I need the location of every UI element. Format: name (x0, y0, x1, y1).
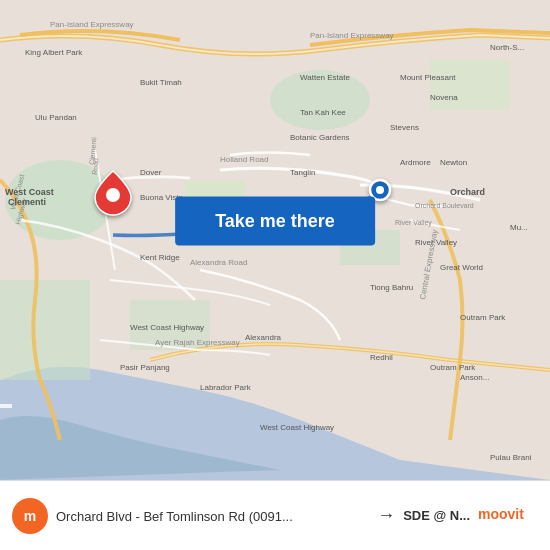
svg-text:Outram Park: Outram Park (460, 313, 506, 322)
take-me-there-button[interactable]: Take me there (175, 196, 375, 245)
bottom-bar: m Orchard Blvd - Bef Tomlinson Rd (0091.… (0, 480, 550, 550)
origin-text: Orchard Blvd - Bef Tomlinson Rd (0091... (56, 509, 293, 524)
svg-text:Orchard Boulevard: Orchard Boulevard (415, 202, 474, 209)
svg-text:Novena: Novena (430, 93, 458, 102)
svg-text:Alexandra Road: Alexandra Road (190, 258, 247, 267)
svg-text:Ayer Rajah Expressway: Ayer Rajah Expressway (155, 338, 240, 347)
svg-text:Anson...: Anson... (460, 373, 489, 382)
svg-text:Botanic Gardens: Botanic Gardens (290, 133, 350, 142)
svg-text:Redhil: Redhil (370, 353, 393, 362)
svg-text:Tan Kah Kee: Tan Kah Kee (300, 108, 346, 117)
map-attribution (0, 404, 12, 408)
svg-text:Bukit Timah: Bukit Timah (140, 78, 182, 87)
svg-rect-5 (430, 60, 510, 110)
svg-text:Mu...: Mu... (510, 223, 528, 232)
svg-text:Ardmore: Ardmore (400, 158, 431, 167)
svg-text:Clementi: Clementi (8, 197, 46, 207)
svg-text:Outram Park: Outram Park (430, 363, 476, 372)
svg-text:Road: Road (91, 158, 99, 175)
svg-text:King Albert Park: King Albert Park (25, 48, 83, 57)
moovit-logo: m (12, 498, 48, 534)
svg-text:Ulu Pandan: Ulu Pandan (35, 113, 77, 122)
svg-text:Pan-Island Expressway: Pan-Island Expressway (50, 20, 134, 29)
svg-text:Newton: Newton (440, 158, 467, 167)
moovit-brand: moovit (478, 499, 538, 533)
svg-text:Tanglin: Tanglin (290, 168, 315, 177)
svg-text:River Valley: River Valley (395, 219, 432, 227)
arrow-icon: → (377, 505, 395, 526)
svg-text:North-S...: North-S... (490, 43, 524, 52)
svg-point-53 (106, 188, 120, 202)
svg-text:moovit: moovit (478, 506, 524, 522)
svg-text:Labrador Park: Labrador Park (200, 383, 252, 392)
svg-text:Watten Estate: Watten Estate (300, 73, 351, 82)
route-info: Orchard Blvd - Bef Tomlinson Rd (0091... (56, 507, 369, 525)
svg-text:West Coast Highway: West Coast Highway (130, 323, 204, 332)
moovit-letter: m (24, 508, 36, 524)
svg-text:Dover: Dover (140, 168, 162, 177)
svg-text:Great World: Great World (440, 263, 483, 272)
svg-point-55 (376, 186, 384, 194)
svg-text:Alexandra: Alexandra (245, 333, 282, 342)
svg-text:Pulau Brani: Pulau Brani (490, 453, 532, 462)
svg-text:Orchard: Orchard (450, 187, 485, 197)
svg-text:Stevens: Stevens (390, 123, 419, 132)
svg-rect-2 (0, 280, 90, 380)
svg-text:River Valley: River Valley (415, 238, 457, 247)
svg-text:Pan-Island Expressway: Pan-Island Expressway (310, 31, 394, 40)
destination-text: SDE @ N... (403, 508, 470, 523)
map-container: Pan-Island Expressway Pan-Island Express… (0, 0, 550, 480)
svg-text:Mount Pleasant: Mount Pleasant (400, 73, 456, 82)
svg-text:Tiong Bahru: Tiong Bahru (370, 283, 413, 292)
svg-text:West Coast: West Coast (5, 187, 54, 197)
svg-text:Kent Ridge: Kent Ridge (140, 253, 180, 262)
svg-text:Holland Road: Holland Road (220, 155, 268, 164)
svg-text:Pasir Panjang: Pasir Panjang (120, 363, 170, 372)
svg-text:West Coast Highway: West Coast Highway (260, 423, 334, 432)
